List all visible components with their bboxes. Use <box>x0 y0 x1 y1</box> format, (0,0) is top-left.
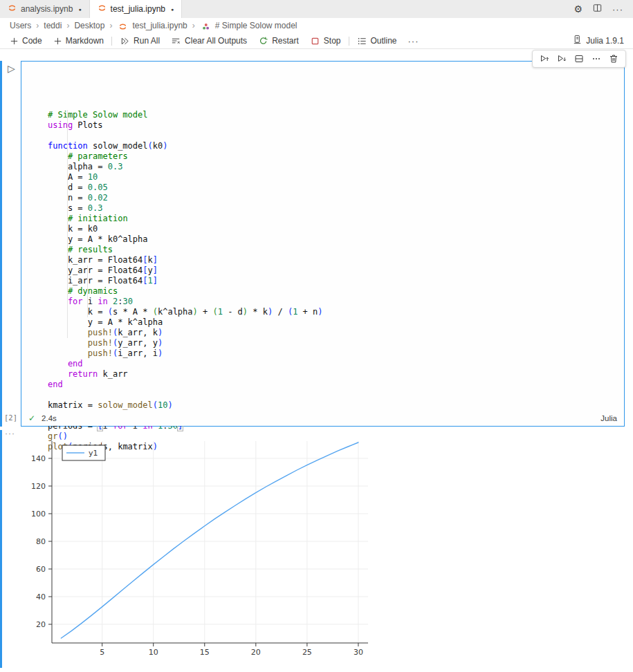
editor-tab-bar: analysis.ipynb ● test_julia.ipynb ● ⚙ ··… <box>0 0 633 18</box>
notebook-toolbar: Code Markdown Run All Clear All Outputs … <box>0 33 633 49</box>
breadcrumb-separator: › <box>66 21 69 30</box>
indent-guide <box>87 265 88 317</box>
execution-count: [2] <box>4 413 17 422</box>
stop-icon <box>310 36 320 46</box>
code-lines: # Simple Solow modelusing Plots function… <box>48 110 624 452</box>
run-cell-button[interactable]: ▷ <box>8 63 15 74</box>
output-plot: 5101520253020406080100120140y1 <box>17 436 396 669</box>
kernel-label: Julia 1.9.1 <box>586 36 624 46</box>
svg-text:15: 15 <box>200 648 210 657</box>
svg-text:20: 20 <box>251 648 261 657</box>
indent-guide <box>67 110 68 338</box>
delete-cell-button[interactable] <box>607 52 621 66</box>
kernel-icon <box>572 35 582 47</box>
svg-text:5: 5 <box>100 648 104 657</box>
symbol-misc-icon <box>201 22 210 31</box>
add-markdown-cell-button[interactable]: Markdown <box>48 33 109 48</box>
breadcrumb-item[interactable]: # Simple Solow model <box>214 21 299 30</box>
breadcrumb-item[interactable]: teddi <box>42 21 63 30</box>
add-code-cell-button[interactable]: Code <box>4 33 48 48</box>
modified-dot-icon[interactable]: ● <box>78 7 81 12</box>
outline-button[interactable]: Outline <box>351 33 403 48</box>
svg-text:y1: y1 <box>89 449 98 458</box>
jupyter-notebook-icon <box>118 22 127 31</box>
split-cell-button[interactable] <box>572 52 586 66</box>
restart-icon <box>258 36 268 46</box>
output-options-icon[interactable]: ··· <box>5 429 15 438</box>
tab-analysis-ipynb[interactable]: analysis.ipynb ● <box>0 0 90 18</box>
restart-kernel-button[interactable]: Restart <box>253 33 304 48</box>
svg-text:20: 20 <box>36 620 46 629</box>
execute-below-button[interactable] <box>555 52 569 66</box>
svg-text:60: 60 <box>36 565 46 574</box>
vscode-notebook-window: analysis.ipynb ● test_julia.ipynb ● ⚙ ··… <box>0 0 633 672</box>
svg-text:25: 25 <box>302 648 312 657</box>
breadcrumb-item[interactable]: test_julia.ipynb <box>131 21 188 30</box>
tab-test-julia-ipynb[interactable]: test_julia.ipynb ● <box>90 0 183 18</box>
jupyter-notebook-icon <box>98 3 107 15</box>
toolbar-divider <box>111 37 112 46</box>
toolbar-more-button[interactable]: ··· <box>403 33 425 48</box>
svg-text:10: 10 <box>149 648 158 657</box>
cell-hover-toolbar <box>532 50 626 68</box>
list-icon <box>357 36 367 46</box>
execute-above-button[interactable] <box>538 52 551 66</box>
code-cell: # Simple Solow modelusing Plots function… <box>21 61 625 427</box>
focused-cell-indicator <box>0 61 2 427</box>
run-all-icon <box>120 36 130 46</box>
cell-more-button[interactable] <box>589 52 603 66</box>
ellipsis-icon: ··· <box>408 36 419 46</box>
split-editor-icon[interactable] <box>592 3 603 16</box>
svg-text:140: 140 <box>31 454 46 463</box>
more-actions-icon[interactable]: ··· <box>612 4 623 15</box>
tab-label: analysis.ipynb <box>21 4 73 14</box>
breadcrumb-separator: › <box>109 21 112 30</box>
run-all-button[interactable]: Run All <box>114 33 165 48</box>
breadcrumb-item[interactable]: Desktop <box>73 21 106 30</box>
kernel-picker[interactable]: Julia 1.9.1 <box>572 35 633 47</box>
breadcrumb-separator: › <box>36 21 39 30</box>
svg-text:30: 30 <box>354 648 363 657</box>
toolbar-divider <box>349 37 349 46</box>
cell-language[interactable]: Julia <box>600 414 617 422</box>
svg-text:120: 120 <box>31 482 46 491</box>
plus-icon <box>10 37 19 46</box>
tab-label: test_julia.ipynb <box>111 4 165 14</box>
clear-all-icon <box>171 36 181 46</box>
breadcrumb-item[interactable]: Users <box>8 21 33 30</box>
focused-output-indicator <box>0 430 2 668</box>
clear-all-outputs-button[interactable]: Clear All Outputs <box>165 33 253 48</box>
gear-icon[interactable]: ⚙ <box>574 4 582 14</box>
success-check-icon: ✓ <box>28 413 35 423</box>
stop-button[interactable]: Stop <box>304 33 347 48</box>
jupyter-notebook-icon <box>8 3 17 15</box>
cell-status-bar: ✓ 2.4s Julia <box>21 411 624 426</box>
svg-text:80: 80 <box>36 537 46 546</box>
plus-icon <box>53 37 62 46</box>
execution-duration: 2.4s <box>42 414 57 422</box>
modified-dot-icon[interactable]: ● <box>171 7 174 12</box>
breadcrumb-separator: › <box>192 21 195 30</box>
tab-bar-actions: ⚙ ··· <box>574 0 633 18</box>
breadcrumb: Users › teddi › Desktop › test_julia.ipy… <box>0 18 633 33</box>
svg-text:100: 100 <box>31 510 46 519</box>
svg-text:40: 40 <box>36 592 46 601</box>
